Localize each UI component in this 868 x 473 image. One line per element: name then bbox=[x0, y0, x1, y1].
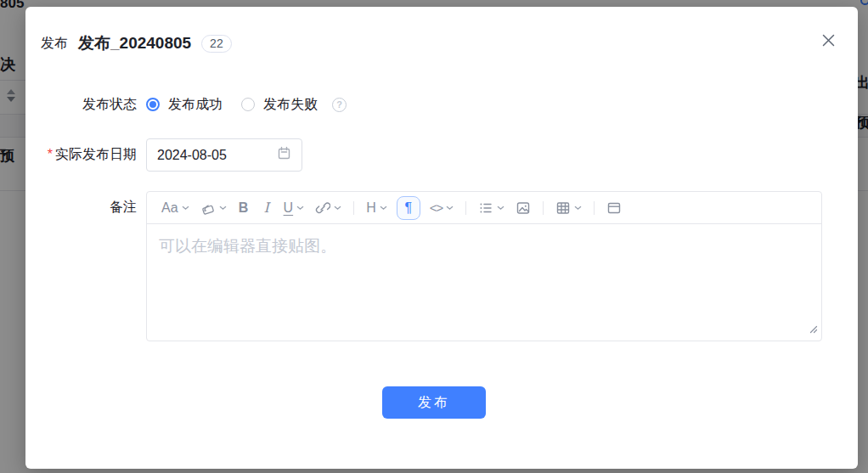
remark-label: 备注 bbox=[25, 191, 137, 223]
list-button[interactable] bbox=[474, 197, 509, 219]
chevron-down-icon bbox=[574, 206, 582, 211]
image-button[interactable] bbox=[511, 197, 535, 219]
modal-title-prefix: 发布 bbox=[41, 35, 68, 53]
link-button[interactable] bbox=[311, 197, 346, 219]
toolbar-divider bbox=[543, 201, 544, 215]
paragraph-mark-button[interactable]: ¶ bbox=[397, 196, 420, 220]
publish-date-label: *实际发布日期 bbox=[25, 146, 137, 164]
date-value: 2024-08-05 bbox=[157, 148, 227, 163]
close-icon bbox=[821, 33, 836, 50]
font-style-label: Aa bbox=[161, 200, 178, 216]
editor-placeholder: 可以在编辑器直接贴图。 bbox=[159, 234, 809, 259]
chevron-down-icon bbox=[334, 206, 341, 211]
chevron-down-icon bbox=[296, 206, 304, 211]
chevron-down-icon bbox=[182, 206, 189, 211]
chevron-down-icon bbox=[497, 206, 504, 211]
underline-button[interactable]: U bbox=[279, 197, 309, 219]
code-button[interactable]: <> bbox=[426, 197, 459, 219]
publish-modal: 发布 发布_20240805 22 发布状态 发布成功 发布失败 ? *实际发布… bbox=[25, 7, 858, 469]
toolbar-divider bbox=[353, 201, 354, 215]
underline-label: U bbox=[284, 200, 294, 216]
bold-button[interactable]: B bbox=[234, 197, 254, 219]
text-color-button[interactable] bbox=[196, 197, 231, 219]
editor-content-area[interactable]: 可以在编辑器直接贴图。 bbox=[147, 224, 821, 341]
table-button[interactable] bbox=[551, 197, 586, 219]
publish-button[interactable]: 发布 bbox=[382, 386, 486, 419]
required-asterisk: * bbox=[48, 147, 53, 161]
image-icon bbox=[516, 200, 531, 216]
color-swatch-icon bbox=[200, 200, 216, 216]
radio-dot bbox=[149, 101, 156, 108]
heading-label: H bbox=[366, 200, 376, 216]
publish-date-row: *实际发布日期 2024-08-05 bbox=[25, 138, 302, 172]
chevron-down-icon bbox=[219, 206, 227, 211]
date-input[interactable]: 2024-08-05 bbox=[146, 138, 302, 172]
radio-publish-success[interactable] bbox=[146, 98, 160, 111]
font-style-button[interactable]: Aa bbox=[157, 197, 194, 219]
modal-header: 发布 发布_20240805 22 bbox=[41, 31, 232, 56]
resize-handle[interactable] bbox=[808, 322, 818, 337]
heading-button[interactable]: H bbox=[362, 197, 392, 219]
radio-publish-success-label: 发布成功 bbox=[168, 96, 223, 114]
close-button[interactable] bbox=[819, 32, 837, 51]
modal-title: 发布_20240805 bbox=[78, 32, 191, 54]
help-icon[interactable]: ? bbox=[332, 98, 347, 112]
publish-status-row: 发布状态 发布成功 发布失败 ? bbox=[25, 95, 347, 114]
publish-status-radio-group: 发布成功 发布失败 ? bbox=[146, 96, 347, 114]
italic-button[interactable]: I bbox=[256, 197, 277, 219]
panel-layout-button[interactable] bbox=[602, 197, 626, 219]
table-icon bbox=[555, 200, 571, 216]
toolbar-divider bbox=[465, 201, 466, 215]
panel-layout-icon bbox=[606, 200, 622, 216]
publish-status-label: 发布状态 bbox=[25, 96, 137, 114]
radio-publish-fail[interactable] bbox=[241, 98, 255, 111]
toolbar-divider bbox=[594, 201, 595, 215]
calendar-icon bbox=[277, 146, 291, 164]
chevron-down-icon bbox=[446, 206, 454, 211]
list-icon bbox=[478, 200, 493, 216]
remark-row: 备注 Aa bbox=[25, 191, 822, 341]
link-icon bbox=[315, 200, 330, 216]
chevron-down-icon bbox=[380, 206, 387, 211]
code-label: <> bbox=[430, 200, 443, 215]
editor-toolbar: Aa B I bbox=[147, 192, 821, 224]
radio-publish-fail-label: 发布失败 bbox=[263, 96, 318, 114]
rich-text-editor: Aa B I bbox=[146, 191, 822, 341]
count-badge: 22 bbox=[201, 35, 232, 53]
